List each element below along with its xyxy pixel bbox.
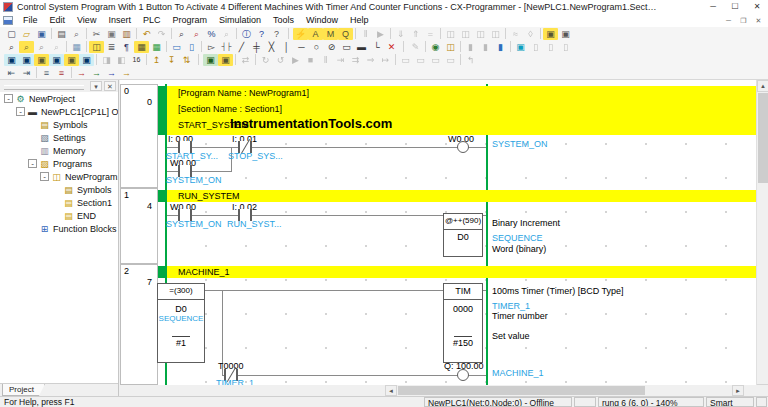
coil-nc-tool-icon[interactable]: ⊘ bbox=[324, 41, 339, 53]
tree-item-memory[interactable]: ▥Memory bbox=[0, 144, 118, 157]
window-cross-ref-icon[interactable]: ▣ bbox=[64, 54, 79, 66]
scroll-left-icon[interactable]: ◄ bbox=[385, 385, 397, 396]
auto-online-icon[interactable]: A bbox=[308, 28, 323, 40]
about-icon[interactable]: ⓘ bbox=[239, 28, 254, 40]
force-set-icon[interactable]: ▣ bbox=[543, 28, 558, 40]
vertical-tool-icon[interactable]: │ bbox=[279, 41, 294, 53]
workspace-gripper[interactable] bbox=[4, 85, 84, 90]
print-icon[interactable]: ▤ bbox=[54, 28, 69, 40]
goto-rung-red-icon[interactable]: → bbox=[74, 67, 89, 79]
menu-simulation[interactable]: Simulation bbox=[213, 14, 267, 27]
timer-box[interactable]: TIM 0000 #150 bbox=[443, 283, 483, 363]
delete-tool-icon[interactable]: ✕ bbox=[384, 41, 399, 53]
child-close-button[interactable]: ✕ bbox=[751, 14, 766, 27]
time-chart-icon[interactable]: ▯ bbox=[184, 41, 199, 53]
rung-margin-1[interactable]: 1 4 bbox=[120, 188, 158, 264]
tree-item-newplc1-cp1l-offline[interactable]: -▬NewPLC1[CP1L] Offline bbox=[0, 105, 118, 118]
io-table-icon[interactable]: ▦ bbox=[149, 41, 164, 53]
scroll-up-icon[interactable]: ▲ bbox=[757, 80, 768, 92]
work-online-icon[interactable]: ⚡ bbox=[293, 28, 308, 40]
connector-tool-icon[interactable]: └ bbox=[369, 41, 384, 53]
paste-icon[interactable]: ▥ bbox=[119, 28, 134, 40]
window-mnemonic-icon[interactable]: ▣ bbox=[19, 54, 34, 66]
zoom-custom-icon[interactable]: ⌕ bbox=[19, 41, 34, 53]
save-icon[interactable]: ▣ bbox=[34, 28, 49, 40]
cut-icon[interactable]: ✂ bbox=[89, 28, 104, 40]
scroll-right-icon[interactable]: ► bbox=[732, 385, 744, 396]
or-contact-tool-icon[interactable]: ╪ bbox=[249, 41, 264, 53]
goto-rung-green-icon[interactable]: → bbox=[89, 67, 104, 79]
indent-rung-icon[interactable]: ⇥ bbox=[19, 67, 34, 79]
rung-comment-icon[interactable]: ≡ bbox=[39, 67, 54, 79]
outdent-rung-icon[interactable]: ⇤ bbox=[4, 67, 19, 79]
tree-item-programs[interactable]: -▨Programs bbox=[0, 157, 118, 170]
rung-list-icon[interactable]: ≣ bbox=[104, 41, 119, 53]
tree-item-end[interactable]: ▤END bbox=[0, 209, 118, 222]
quick-monitor-icon[interactable]: Q bbox=[338, 28, 353, 40]
coil-system-on[interactable] bbox=[457, 141, 469, 153]
horizontal-tool-icon[interactable]: ─ bbox=[294, 41, 309, 53]
jump-next-icon[interactable]: ↧ bbox=[164, 54, 179, 66]
browse-icon[interactable]: ◉ bbox=[428, 41, 443, 53]
window-output-icon[interactable]: ▣ bbox=[79, 54, 94, 66]
undo-icon[interactable]: ↶ bbox=[139, 28, 154, 40]
rung-comment-block[interactable]: [Program Name : NewProgram1] [Section Na… bbox=[167, 86, 756, 135]
tree-item-settings[interactable]: ▧Settings bbox=[0, 131, 118, 144]
menu-insert[interactable]: Insert bbox=[102, 14, 137, 27]
vertical-scroll-thumb[interactable] bbox=[758, 93, 768, 183]
rung-margin-2[interactable]: 2 7 bbox=[120, 264, 158, 385]
window-watch-icon[interactable]: ▣ bbox=[49, 54, 64, 66]
instruction-tool-icon[interactable]: ▭ bbox=[339, 41, 354, 53]
differential-icon[interactable]: ▮ bbox=[493, 41, 508, 53]
jump-back-icon[interactable]: ⇅ bbox=[179, 54, 194, 66]
find-symbol-icon[interactable]: % bbox=[204, 28, 219, 40]
window-symbols-icon[interactable]: ▣ bbox=[34, 54, 49, 66]
or-contact-nc-tool-icon[interactable]: ╳ bbox=[264, 41, 279, 53]
inverted-instruction-tool-icon[interactable]: ▬ bbox=[354, 41, 369, 53]
tree-item-section1[interactable]: ▤Section1 bbox=[0, 196, 118, 209]
minimize-button[interactable]: ─ bbox=[702, 0, 724, 14]
goto-rung-yellow-icon[interactable]: → bbox=[119, 67, 134, 79]
rung-comment-block[interactable]: MACHINE_1 bbox=[167, 266, 756, 278]
ladder-horizontal-scrollbar[interactable]: ◄ ► bbox=[385, 385, 756, 396]
monitor-data-icon[interactable]: ▭ bbox=[169, 41, 184, 53]
tree-item-symbols[interactable]: ▤Symbols bbox=[0, 118, 118, 131]
monitor-run-icon[interactable]: ▣ bbox=[513, 41, 528, 53]
ladder-vertical-scrollbar[interactable]: ▲ ▼ bbox=[756, 80, 768, 396]
tree-item-function-blocks[interactable]: ⊞Function Blocks bbox=[0, 222, 118, 235]
hex-16-icon[interactable]: 16 bbox=[129, 54, 144, 66]
menu-help[interactable]: Help bbox=[344, 14, 375, 27]
horizontal-scroll-thumb[interactable] bbox=[398, 386, 645, 395]
context-help-icon[interactable]: ? bbox=[269, 28, 284, 40]
menu-program[interactable]: Program bbox=[166, 14, 213, 27]
grid-icon[interactable]: ▦ bbox=[69, 41, 84, 53]
find-icon[interactable]: ⌕ bbox=[174, 28, 189, 40]
instruction-box-increment[interactable]: @++(590) D0 bbox=[443, 213, 483, 257]
help-icon[interactable]: ? bbox=[254, 28, 269, 40]
child-window-icon[interactable] bbox=[3, 16, 13, 25]
menu-file[interactable]: File bbox=[17, 14, 44, 27]
contact-nc-tool-icon[interactable]: ╱ bbox=[234, 41, 249, 53]
send-changes-icon[interactable]: ▣ bbox=[218, 54, 233, 66]
close-button[interactable]: ✕ bbox=[746, 0, 768, 14]
copy-icon[interactable]: ▣ bbox=[104, 28, 119, 40]
tree-expander-icon[interactable]: - bbox=[4, 94, 13, 103]
tab-project[interactable]: Project bbox=[2, 384, 45, 396]
menu-window[interactable]: Window bbox=[300, 14, 344, 27]
goto-rung-blue-icon[interactable]: → bbox=[104, 67, 119, 79]
jump-prev-icon[interactable]: ↥ bbox=[149, 54, 164, 66]
new-icon[interactable]: ▢ bbox=[4, 28, 19, 40]
tree-expander-icon[interactable]: - bbox=[40, 172, 49, 181]
rung-comment-block[interactable]: RUN_SYSTEM bbox=[167, 190, 756, 202]
workspace-menu-icon[interactable]: ▾ bbox=[90, 81, 102, 91]
tree-item-symbols[interactable]: ▤Symbols bbox=[0, 183, 118, 196]
tree-expander-icon[interactable]: - bbox=[16, 107, 25, 116]
child-minimize-button[interactable]: ─ bbox=[721, 14, 736, 27]
symbol-table-icon[interactable]: ▦ bbox=[134, 41, 149, 53]
menu-edit[interactable]: Edit bbox=[44, 14, 72, 27]
find-replace-icon[interactable]: ⌕ bbox=[189, 28, 204, 40]
monitor-mode-icon[interactable]: M bbox=[323, 28, 338, 40]
block-comment-icon[interactable]: ≡ bbox=[54, 67, 69, 79]
io-comment-view-icon[interactable]: ◫ bbox=[89, 41, 104, 53]
rung-margin-0[interactable]: 0 0 bbox=[120, 84, 158, 188]
